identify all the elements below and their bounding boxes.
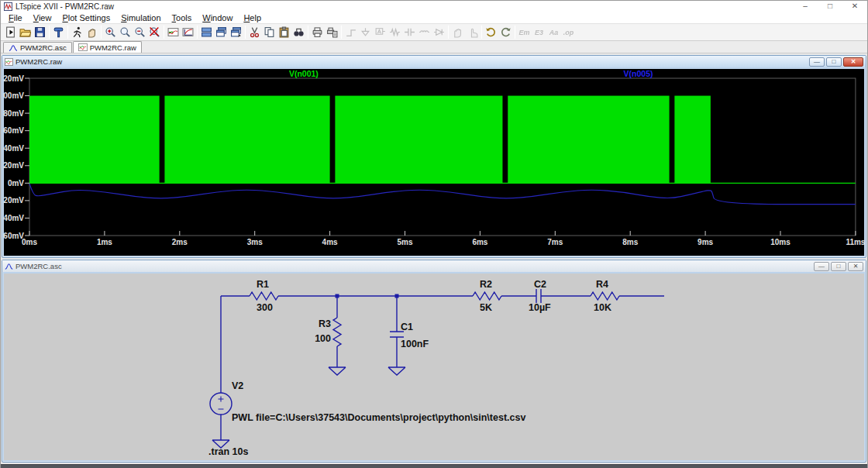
tab-pwm2rc.asc[interactable]: PWM2RC.asc: [3, 42, 72, 53]
run-man-icon[interactable]: [70, 25, 84, 40]
waveform-restore-button[interactable]: □: [826, 57, 842, 67]
print-icon[interactable]: [310, 25, 325, 40]
spice-directive-icon[interactable]: .op: [561, 25, 576, 40]
toolbar-separator: [197, 26, 198, 39]
find-icon[interactable]: [291, 25, 306, 40]
schematic-maximize-button[interactable]: □: [831, 262, 846, 271]
drag-icon[interactable]: [465, 25, 480, 40]
pwm-trace-block: [674, 96, 711, 184]
rotate-icon[interactable]: E3: [532, 25, 546, 40]
waveform-plot-area[interactable]: 120mV100mV80mV60mV40mV20mV0mV-20mV-40mV-…: [4, 69, 864, 256]
ltspice-app-window: LTspice XVII - PWM2RC.raw – □ ✕ FileView…: [0, 0, 868, 468]
inductor-icon[interactable]: [417, 25, 432, 40]
maximize-button[interactable]: □: [818, 1, 842, 12]
app-icon: [4, 2, 12, 11]
waveform-close-button[interactable]: ✕: [843, 57, 863, 67]
vsource-polarity-marks: [219, 397, 224, 410]
pwm-trace-block: [335, 96, 502, 184]
pwm-trace-block: [508, 96, 669, 184]
schematic-label: 300: [257, 302, 273, 313]
mirror-icon[interactable]: Em: [517, 25, 532, 40]
schematic-label: V2: [232, 380, 243, 391]
redo-icon[interactable]: [498, 25, 513, 40]
schematic-label: R2: [480, 279, 492, 290]
toolbar-separator: [245, 26, 246, 39]
y-tick-label: 120mV: [4, 74, 24, 83]
cut-icon[interactable]: [247, 25, 262, 40]
schematic-svg: R1300R25KC210µFR410KR3100C1100nFV2PWL fi…: [4, 274, 866, 462]
overlap-windows-icon[interactable]: [229, 25, 243, 40]
halt-icon[interactable]: [84, 25, 99, 40]
x-tick-label: 9ms: [698, 238, 713, 246]
menu-help[interactable]: Help: [238, 13, 267, 22]
schematic-label: R3: [319, 318, 331, 329]
x-tick-label: 11ms: [846, 238, 865, 246]
tile-windows-icon[interactable]: [199, 25, 214, 40]
menu-file[interactable]: File: [3, 13, 28, 22]
ground-icon[interactable]: [358, 25, 373, 40]
tab-pwm2rc.raw[interactable]: PWM2RC.raw: [73, 41, 142, 53]
resistor-icon[interactable]: [388, 25, 402, 40]
schematic-label: PWL file=C:\Users\37543\Documents\projec…: [232, 412, 525, 423]
y-tick-label: 60mV: [4, 126, 24, 135]
copy-icon[interactable]: [262, 25, 277, 40]
schematic-minimize-button[interactable]: —: [814, 262, 829, 271]
menu-view[interactable]: View: [28, 13, 57, 22]
capacitor-icon[interactable]: [402, 25, 417, 40]
wire-junction: [395, 294, 399, 298]
ground-symbol: [388, 367, 405, 375]
x-tick-label: 5ms: [397, 238, 412, 246]
x-tick-label: 8ms: [622, 238, 638, 246]
schematic-window-title: PWM2RC.asc: [16, 262, 62, 270]
x-tick-label: 1ms: [97, 238, 112, 246]
tab-label: PWM2RC.asc: [20, 43, 67, 52]
undo-icon[interactable]: [484, 25, 498, 40]
menu-plot-settings[interactable]: Plot Settings: [57, 13, 115, 22]
schematic-label: C1: [401, 322, 413, 332]
y-tick-label: -40mV: [4, 214, 24, 222]
x-tick-label: 10ms: [770, 238, 790, 246]
schematic-window-titlebar[interactable]: PWM2RC.asc — □ ✕: [2, 260, 866, 272]
net-label-icon[interactable]: [373, 25, 388, 40]
zoom-back-icon[interactable]: [118, 25, 133, 40]
schematic-label: C2: [534, 279, 546, 290]
schematic-canvas[interactable]: R1300R25KC210µFR410KR3100C1100nFV2PWL fi…: [4, 274, 864, 460]
schematic-close-button[interactable]: ✕: [848, 262, 863, 271]
move-icon[interactable]: [450, 25, 465, 40]
menu-window[interactable]: Window: [197, 13, 238, 22]
close-button[interactable]: ✕: [842, 1, 867, 12]
toolbar-separator: [49, 26, 50, 39]
schematic-window-icon: [5, 263, 13, 270]
save-icon[interactable]: [33, 25, 47, 40]
zoom-out-icon[interactable]: [133, 25, 147, 40]
component-R2: [473, 292, 501, 300]
schematic-label: R4: [596, 279, 608, 290]
component-V2: [210, 393, 232, 415]
legend-V(n005)[interactable]: V(n005): [624, 69, 653, 78]
minimize-button[interactable]: –: [793, 1, 818, 12]
zoom-in-icon[interactable]: [103, 25, 118, 40]
x-tick-label: 6ms: [472, 238, 487, 246]
text-icon[interactable]: Aa: [546, 25, 561, 40]
plot-settings-icon[interactable]: [181, 25, 195, 40]
waveform-window-titlebar[interactable]: PWM2RC.raw — □ ✕: [2, 56, 866, 67]
print-preview-icon[interactable]: [325, 25, 339, 40]
diode-icon[interactable]: [432, 25, 446, 40]
cascade-windows-icon[interactable]: [214, 25, 229, 40]
zoom-extents-icon[interactable]: [147, 25, 162, 40]
autorange-y-icon[interactable]: [166, 25, 181, 40]
schematic-label: 10µF: [529, 302, 551, 313]
x-tick-label: 7ms: [547, 238, 563, 246]
pwm-trace-block: [164, 96, 329, 184]
run-icon[interactable]: [3, 25, 18, 40]
legend-V(n001)[interactable]: V(n001): [289, 69, 319, 78]
x-tick-label: 4ms: [322, 238, 338, 246]
paste-icon[interactable]: [277, 25, 291, 40]
wire-icon[interactable]: [343, 25, 358, 40]
output-trace: [29, 184, 856, 205]
menu-tools[interactable]: Tools: [167, 13, 198, 22]
waveform-minimize-button[interactable]: —: [809, 57, 825, 67]
menu-simulation[interactable]: Simulation: [115, 13, 166, 22]
control-panel-icon[interactable]: [51, 25, 66, 40]
open-icon[interactable]: [18, 25, 33, 40]
